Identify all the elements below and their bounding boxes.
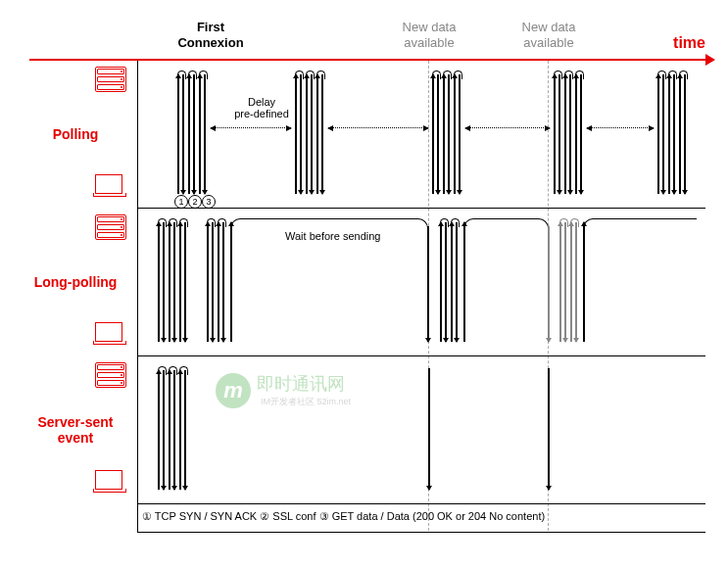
lp-up — [583, 222, 585, 342]
lp-up — [463, 222, 465, 342]
legend-text: ① TCP SYN / SYN ACK ② SSL conf ③ GET dat… — [138, 504, 705, 529]
row-label-sse: Server-sentevent — [21, 414, 130, 446]
lp-drop — [548, 226, 550, 342]
sse-push — [428, 368, 430, 490]
label-new-data-2: New dataavailable — [510, 20, 588, 50]
row-label-long-polling: Long-polling — [21, 274, 130, 290]
wait-curve — [463, 218, 549, 229]
delay-arrow — [465, 127, 550, 128]
sse-push — [548, 368, 550, 490]
wait-curve — [583, 218, 697, 229]
row-legend: ① TCP SYN / SYN ACK ② SSL conf ③ GET dat… — [138, 504, 705, 533]
label-time: time — [673, 33, 705, 52]
delay-arrow — [328, 127, 428, 128]
row-long-polling: Long-polling Wait before sending — [138, 209, 705, 356]
delay-label: Delaypre-defined — [232, 96, 291, 119]
row-label-polling: Polling — [21, 126, 130, 142]
client-icon — [95, 470, 126, 496]
diagram: FirstConnexion New dataavailable New dat… — [20, 20, 705, 533]
client-icon — [95, 322, 126, 348]
header-labels: FirstConnexion New dataavailable New dat… — [137, 20, 705, 59]
server-icon — [95, 67, 126, 92]
watermark: m 即时通讯网 IM开发者社区 52im.net — [216, 372, 351, 408]
delay-arrow — [587, 127, 654, 128]
server-icon — [95, 362, 126, 388]
server-icon — [95, 214, 126, 240]
step-labels: 123 — [174, 195, 216, 209]
delay-arrow — [211, 127, 291, 128]
lp-drop — [427, 226, 429, 342]
wait-label: Wait before sending — [285, 230, 380, 242]
row-polling: Polling /*positions*/ 123 — [138, 61, 705, 209]
client-icon — [95, 174, 126, 200]
label-new-data-1: New dataavailable — [390, 20, 468, 50]
main: Polling /*positions*/ 123 — [137, 61, 705, 533]
wait-curve — [230, 218, 428, 229]
lp-up — [230, 222, 232, 342]
label-first-connexion: FirstConnexion — [171, 20, 250, 50]
